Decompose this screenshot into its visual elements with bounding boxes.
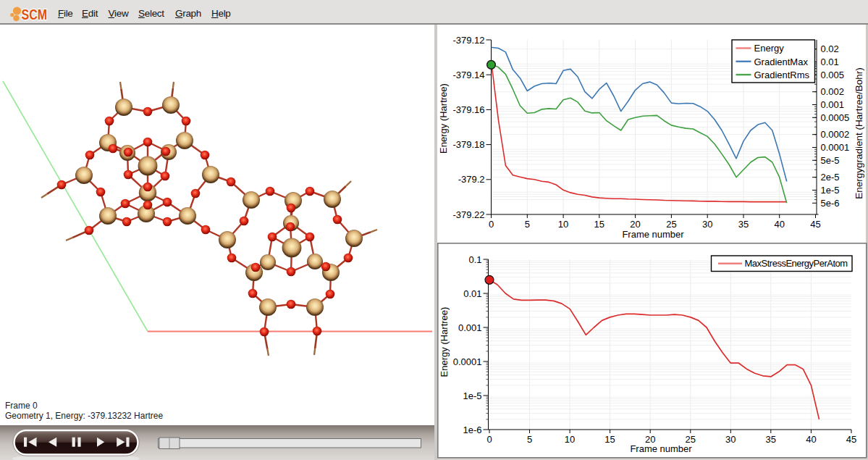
svg-text:Energygradient (Hartree/Bohr): Energygradient (Hartree/Bohr)	[854, 67, 864, 199]
svg-text:40: 40	[806, 434, 816, 445]
svg-text:1e-5: 1e-5	[463, 390, 481, 401]
svg-text:0.001: 0.001	[458, 322, 482, 333]
svg-text:10: 10	[565, 434, 575, 445]
svg-text:1e-5: 1e-5	[821, 185, 840, 196]
svg-text:5: 5	[525, 219, 530, 230]
svg-text:25: 25	[666, 219, 676, 230]
svg-text:GradientMax: GradientMax	[754, 57, 809, 67]
svg-text:30: 30	[702, 219, 712, 230]
svg-text:-379.22: -379.22	[452, 209, 484, 220]
svg-text:-379.2: -379.2	[458, 174, 485, 185]
svg-text:0.01: 0.01	[463, 288, 481, 299]
svg-text:Frame number: Frame number	[630, 443, 692, 454]
svg-text:2e-5: 2e-5	[821, 172, 840, 183]
svg-text:5e-5: 5e-5	[821, 155, 840, 166]
svg-text:5: 5	[527, 434, 532, 445]
svg-text:SCM: SCM	[22, 7, 48, 22]
svg-text:Energy (Hartree): Energy (Hartree)	[438, 83, 449, 154]
svg-text:30: 30	[725, 434, 736, 445]
svg-text:0.0001: 0.0001	[821, 142, 850, 153]
svg-text:45: 45	[810, 219, 820, 230]
svg-text:0.0001: 0.0001	[453, 356, 482, 367]
svg-text:15: 15	[604, 434, 615, 445]
svg-text:35: 35	[766, 434, 776, 445]
svg-text:0: 0	[486, 434, 492, 445]
svg-text:5e-6: 5e-6	[821, 198, 840, 209]
svg-text:0.0005: 0.0005	[821, 112, 850, 123]
svg-text:-379.18: -379.18	[452, 139, 484, 150]
svg-text:0.0002: 0.0002	[821, 129, 850, 140]
svg-text:1e-6: 1e-6	[463, 425, 481, 435]
svg-text:MaxStressEnergyPerAtom: MaxStressEnergyPerAtom	[745, 258, 848, 269]
svg-text:15: 15	[594, 219, 604, 230]
svg-text:0.01: 0.01	[821, 57, 839, 67]
svg-text:Frame number: Frame number	[622, 229, 684, 240]
svg-text:-379.16: -379.16	[452, 104, 484, 115]
svg-text:0.02: 0.02	[821, 43, 839, 54]
svg-text:0: 0	[489, 219, 494, 230]
svg-text:GradientRms: GradientRms	[754, 70, 810, 80]
svg-text:-379.14: -379.14	[452, 70, 484, 80]
svg-text:35: 35	[738, 219, 749, 230]
svg-text:20: 20	[630, 219, 640, 230]
svg-text:45: 45	[846, 434, 856, 445]
svg-text:10: 10	[558, 219, 568, 230]
svg-text:0.005: 0.005	[821, 70, 845, 80]
svg-text:-379.12: -379.12	[452, 35, 484, 46]
svg-text:0.002: 0.002	[821, 86, 845, 97]
svg-text:Energy: Energy	[754, 43, 785, 54]
svg-text:Energy (Hartree): Energy (Hartree)	[439, 307, 450, 377]
svg-text:40: 40	[774, 219, 784, 230]
svg-text:0.001: 0.001	[821, 99, 845, 110]
svg-text:0.1: 0.1	[468, 254, 481, 265]
